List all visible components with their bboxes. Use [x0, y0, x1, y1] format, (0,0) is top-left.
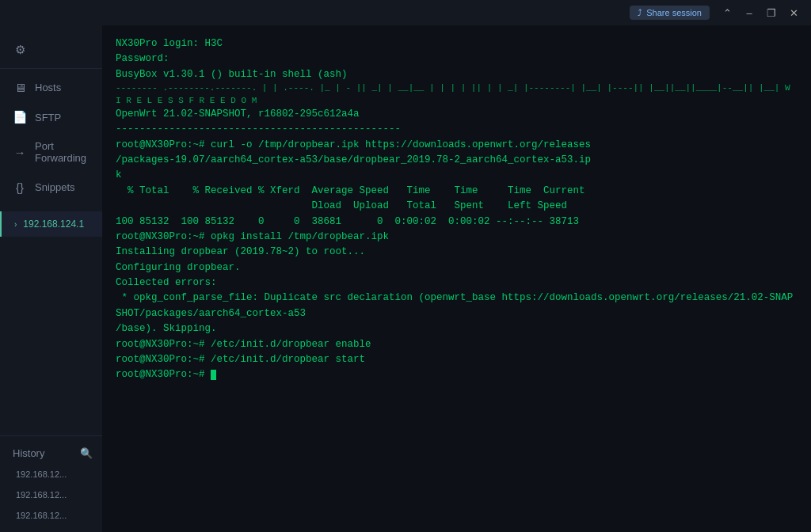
sidebar-item-port-forwarding[interactable]: → Port Forwarding: [0, 132, 102, 172]
hosts-icon: 🖥: [13, 80, 27, 94]
history-label: History: [13, 447, 44, 459]
terminal-line: root@NX30Pro:~#: [116, 367, 798, 382]
terminal-line: NX30Pro login: H3C: [116, 36, 798, 51]
port-forwarding-label: Port Forwarding: [35, 140, 89, 164]
search-icon[interactable]: 🔍: [80, 447, 93, 459]
terminal-cursor: [211, 370, 216, 380]
minimize-button[interactable]: –: [738, 4, 760, 21]
history-item-2[interactable]: 192.168.12...: [0, 505, 102, 526]
close-button[interactable]: ✕: [782, 4, 805, 21]
main-layout: ⚙ 🖥 Hosts 📄 SFTP → Port Forwarding {} Sn…: [0, 25, 811, 532]
terminal-line: ----------------------------------------…: [116, 122, 798, 137]
history-item-0[interactable]: 192.168.12...: [0, 464, 102, 484]
sidebar-item-sftp[interactable]: 📄 SFTP: [0, 102, 102, 132]
terminal-content[interactable]: NX30Pro login: H3CPassword:BusyBox v1.30…: [103, 25, 811, 532]
gear-icon: ⚙: [13, 43, 27, 57]
history-item-1[interactable]: 192.168.12...: [0, 484, 102, 505]
sidebar: ⚙ 🖥 Hosts 📄 SFTP → Port Forwarding {} Sn…: [0, 25, 103, 532]
share-session-label: Share session: [646, 8, 702, 17]
active-connection-label: 192.168.124.1: [23, 218, 84, 230]
sftp-icon: 📄: [13, 110, 27, 124]
terminal-line: /packages-19.07/aarch64_cortex-a53/base/…: [116, 153, 798, 168]
connection-arrow-icon: ›: [14, 220, 17, 229]
terminal-line: Dload Upload Total Spent Left Speed: [116, 199, 798, 214]
terminal-line: Installing dropbear (2019.78~2) to root.…: [116, 245, 798, 260]
terminal-line: * opkg_conf_parse_file: Duplicate src de…: [116, 291, 798, 321]
history-section: History 🔍 192.168.12... 192.168.12... 19…: [0, 432, 102, 532]
sidebar-top: ⚙ 🖥 Hosts 📄 SFTP → Port Forwarding {} Sn…: [0, 25, 102, 211]
sidebar-divider-2: [0, 435, 102, 436]
sidebar-item-snippets[interactable]: {} Snippets: [0, 172, 102, 202]
terminal-line: BusyBox v1.30.1 () built-in shell (ash): [116, 67, 798, 82]
banner-art: -------- .--------.-------. | | .----. |…: [116, 82, 798, 107]
sftp-label: SFTP: [35, 112, 61, 124]
sidebar-item-settings[interactable]: ⚙: [0, 35, 102, 65]
terminal-container[interactable]: NX30Pro login: H3CPassword:BusyBox v1.30…: [103, 25, 811, 532]
terminal-line: /base). Skipping.: [116, 321, 798, 336]
terminal-line: root@NX30Pro:~# opkg install /tmp/dropbe…: [116, 230, 798, 245]
sidebar-divider-1: [0, 68, 102, 69]
terminal-line: 100 85132 100 85132 0 0 38681 0 0:00:02 …: [116, 215, 798, 230]
sidebar-item-hosts[interactable]: 🖥 Hosts: [0, 72, 102, 102]
share-icon: ⤴: [638, 8, 642, 17]
hosts-label: Hosts: [35, 82, 61, 93]
snippets-label: Snippets: [35, 181, 75, 193]
titlebar: ⤴ Share session ⌃ – ❐ ✕: [0, 0, 811, 25]
terminal-line: Configuring dropbear.: [116, 260, 798, 276]
terminal-line: root@NX30Pro:~# /etc/init.d/dropbear sta…: [116, 352, 798, 367]
terminal-line: k: [116, 168, 798, 183]
history-header: History 🔍: [0, 439, 102, 464]
terminal-line: root@NX30Pro:~# /etc/init.d/dropbear ena…: [116, 337, 798, 352]
terminal-line: Password:: [116, 51, 798, 66]
share-session-button[interactable]: ⤴ Share session: [630, 6, 710, 20]
expand-button[interactable]: ⌃: [716, 4, 738, 21]
terminal-line: root@NX30Pro:~# curl -o /tmp/dropbear.ip…: [116, 138, 798, 153]
port-forwarding-icon: →: [13, 145, 27, 159]
connections-section: › 192.168.124.1: [0, 211, 102, 432]
terminal-line: % Total % Received % Xferd Average Speed…: [116, 184, 798, 199]
terminal-line: OpenWrt 21.02-SNAPSHOT, r16802-295c612a4…: [116, 107, 798, 122]
maximize-button[interactable]: ❐: [760, 4, 782, 21]
terminal-line: Collected errors:: [116, 276, 798, 291]
active-connection-item[interactable]: › 192.168.124.1: [0, 211, 102, 237]
snippets-icon: {}: [13, 180, 27, 194]
